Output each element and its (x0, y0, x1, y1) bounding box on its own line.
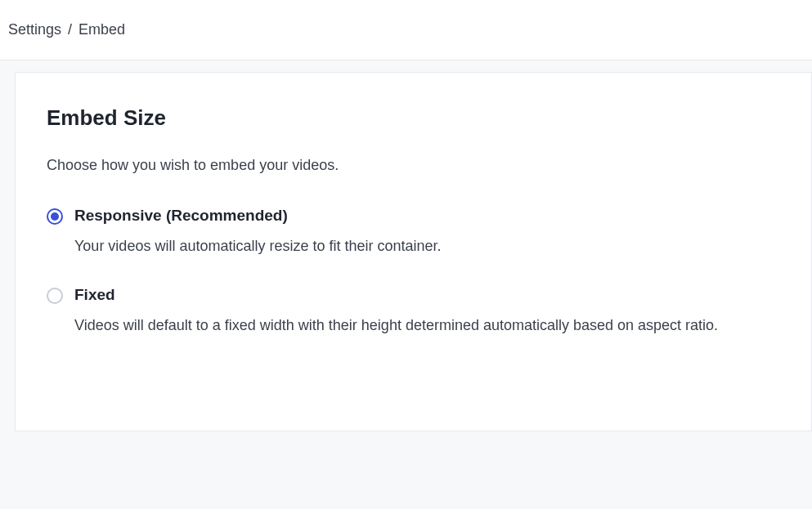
breadcrumb: Settings / Embed (8, 21, 804, 38)
card-description: Choose how you wish to embed your videos… (47, 157, 780, 174)
option-responsive-description: Your videos will automatically resize to… (74, 236, 780, 257)
card-title: Embed Size (47, 105, 780, 131)
radio-label-fixed[interactable]: Fixed (74, 286, 115, 304)
radio-responsive[interactable] (47, 208, 63, 225)
page-header: Settings / Embed (0, 0, 812, 60)
breadcrumb-current: Embed (79, 21, 125, 38)
breadcrumb-parent[interactable]: Settings (8, 21, 61, 38)
content-wrap: Embed Size Choose how you wish to embed … (0, 60, 812, 431)
radio-label-responsive[interactable]: Responsive (Recommended) (74, 207, 288, 225)
option-fixed-description: Videos will default to a fixed width wit… (74, 315, 780, 336)
option-fixed[interactable]: Fixed (47, 286, 780, 304)
breadcrumb-separator: / (68, 21, 72, 38)
option-responsive[interactable]: Responsive (Recommended) (47, 207, 780, 225)
embed-size-card: Embed Size Choose how you wish to embed … (15, 72, 812, 431)
radio-fixed[interactable] (47, 288, 63, 304)
